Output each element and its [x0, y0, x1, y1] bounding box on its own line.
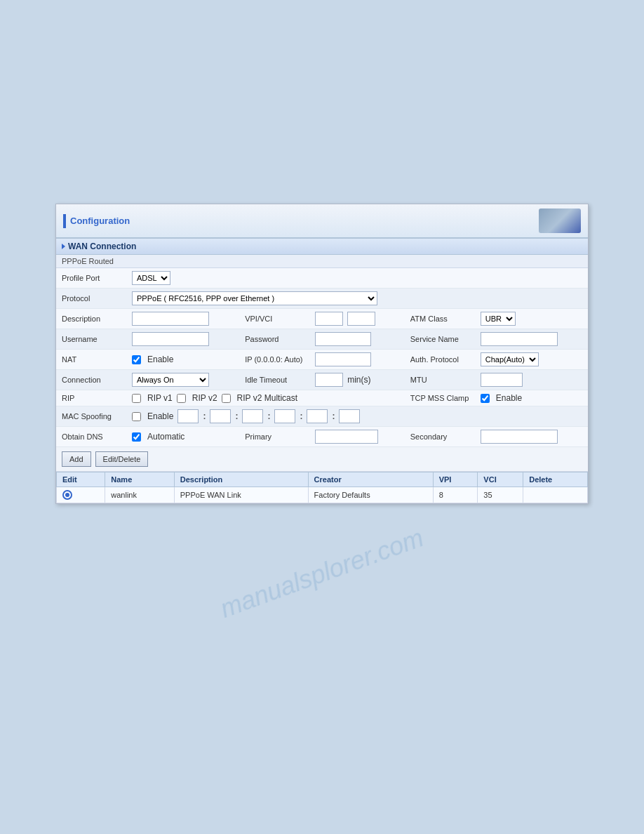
auth-protocol-select[interactable]: Chap(Auto) Chap PAP — [481, 352, 539, 366]
protocol-cell: PPPoE ( RFC2516, PPP over Ethernet ) — [126, 289, 588, 309]
edit-delete-button[interactable]: Edit/Delete — [95, 451, 149, 467]
colon-3: : — [267, 411, 270, 421]
tcp-mss-clamp-label: TCP MSS Clamp — [405, 390, 475, 406]
primary-label: Primary — [239, 427, 309, 447]
tcp-mss-checkbox[interactable] — [481, 394, 490, 403]
section-triangle-icon — [62, 244, 65, 249]
tcp-mss-cell: Enable — [475, 390, 588, 406]
vpi-input[interactable]: 8 — [315, 312, 343, 326]
colon-5: : — [332, 411, 335, 421]
auth-protocol-cell: Chap(Auto) Chap PAP — [475, 350, 588, 370]
pppoe-label: PPPoE Routed — [62, 257, 114, 265]
description-input[interactable]: PPPoE WAN Link — [132, 312, 209, 326]
table-header-row: Edit Name Description Creator VPI VCI De… — [57, 472, 588, 487]
nat-row: NAT Enable IP (0.0.0.0: Auto) 0.0.0.0 Au… — [56, 350, 588, 370]
mac-field-2[interactable]: 00 — [210, 409, 231, 423]
password-cell — [309, 329, 405, 350]
secondary-dns-input[interactable]: 0.0.0.0 — [481, 430, 558, 444]
secondary-label: Secondary — [405, 427, 475, 447]
nat-cell: Enable — [126, 350, 239, 370]
colon-4: : — [300, 411, 302, 421]
idle-timeout-label: Idle Timeout — [239, 370, 309, 390]
config-title-bar: Configuration — [63, 214, 130, 228]
mac-field-5[interactable]: 00 — [307, 409, 328, 423]
ip-cell: 0.0.0.0 — [309, 350, 405, 370]
rip-v1-checkbox[interactable] — [132, 394, 141, 403]
profile-port-select[interactable]: ADSL VDSL — [132, 271, 170, 285]
add-button[interactable]: Add — [62, 451, 91, 467]
table-cell-vpi: 8 — [433, 487, 478, 503]
colon-1: : — [203, 411, 206, 421]
vci-input[interactable]: 35 — [347, 312, 375, 326]
secondary-cell: 0.0.0.0 — [475, 427, 588, 447]
atm-class-select[interactable]: UBR CBR VBR — [481, 312, 516, 326]
config-header: Configuration — [56, 204, 588, 238]
col-vci: VCI — [478, 472, 523, 487]
connection-row: Connection Always On Connect on Demand M… — [56, 370, 588, 390]
username-label: Username — [56, 329, 126, 350]
username-input[interactable] — [132, 332, 209, 346]
auth-protocol-label: Auth. Protocol — [405, 350, 475, 370]
mac-spoofing-label: MAC Spoofing — [56, 406, 126, 427]
wan-table: Edit Name Description Creator VPI VCI De… — [56, 472, 588, 503]
rip-v2-multicast-label: RIP v2 Multicast — [237, 393, 297, 403]
col-name: Name — [105, 472, 174, 487]
password-label: Password — [239, 329, 309, 350]
idle-timeout-cell: 0 min(s) — [309, 370, 405, 390]
pppoe-sub-header: PPPoE Routed — [56, 255, 588, 268]
mac-spoofing-cell: Enable 00 : 00 : 00 : 00 : 00 : 00 — [126, 406, 588, 427]
rip-row: RIP RIP v1 RIP v2 RIP v2 Multicast TCP M… — [56, 390, 588, 406]
connection-label: Connection — [56, 370, 126, 390]
mac-spoofing-row: MAC Spoofing Enable 00 : 00 : 00 : 00 : … — [56, 406, 588, 427]
mac-field-1[interactable]: 00 — [177, 409, 199, 423]
rip-cell: RIP v1 RIP v2 RIP v2 Multicast — [126, 390, 405, 406]
connection-select[interactable]: Always On Connect on Demand Manual — [132, 373, 209, 387]
service-name-input[interactable] — [481, 332, 558, 346]
atm-class-cell: UBR CBR VBR — [475, 309, 588, 329]
edit-radio[interactable] — [62, 490, 72, 500]
wan-section-label: WAN Connection — [68, 241, 136, 251]
obtain-dns-cell: Automatic — [126, 427, 239, 447]
mac-field-3[interactable]: 00 — [242, 409, 263, 423]
connection-cell: Always On Connect on Demand Manual — [126, 370, 239, 390]
atm-class-label: ATM Class — [405, 309, 475, 329]
mac-enable-checkbox[interactable] — [132, 412, 141, 421]
mac-enable-label: Enable — [147, 411, 173, 421]
table-row: wanlink PPPoE WAN Link Factory Defaults … — [57, 487, 588, 503]
col-vpi: VPI — [433, 472, 478, 487]
service-name-cell — [475, 329, 588, 350]
nat-enable-label: Enable — [147, 355, 173, 364]
ip-input[interactable]: 0.0.0.0 — [315, 352, 371, 366]
mac-field-4[interactable]: 00 — [274, 409, 295, 423]
obtain-dns-checkbox[interactable] — [132, 432, 141, 442]
vpi-vci-cell: 8 35 — [309, 309, 405, 329]
profile-port-cell: ADSL VDSL — [126, 268, 239, 289]
tcp-mss-enable-label: Enable — [496, 393, 522, 403]
config-title: Configuration — [70, 216, 130, 226]
rip-v2-multicast-checkbox[interactable] — [222, 394, 231, 403]
table-cell-edit[interactable] — [57, 487, 105, 503]
mtu-label: MTU — [405, 370, 475, 390]
description-row: Description PPPoE WAN Link VPI/VCI 8 35 … — [56, 309, 588, 329]
protocol-label: Protocol — [56, 289, 126, 309]
obtain-dns-auto-label: Automatic — [147, 432, 185, 442]
protocol-select[interactable]: PPPoE ( RFC2516, PPP over Ethernet ) — [132, 291, 377, 305]
obtain-dns-label: Obtain DNS — [56, 427, 126, 447]
col-description: Description — [174, 472, 308, 487]
mac-field-6[interactable]: 00 — [339, 409, 360, 423]
username-row: Username Password Service Name — [56, 329, 588, 350]
col-creator: Creator — [308, 472, 433, 487]
description-label: Description — [56, 309, 126, 329]
buttons-row: Add Edit/Delete — [56, 447, 588, 472]
idle-timeout-input[interactable]: 0 — [315, 373, 343, 387]
mtu-input[interactable]: 1492 — [481, 373, 523, 387]
blue-accent-bar — [63, 214, 66, 228]
primary-dns-input[interactable]: 0.0.0.0 — [315, 430, 378, 444]
wan-section-header: WAN Connection — [56, 238, 588, 255]
rip-v2-checkbox[interactable] — [177, 394, 186, 403]
rip-label: RIP — [56, 390, 126, 406]
dns-row: Obtain DNS Automatic Primary 0.0.0.0 Sec… — [56, 427, 588, 447]
password-input[interactable] — [315, 332, 371, 346]
colon-2: : — [235, 411, 238, 421]
nat-checkbox[interactable] — [132, 355, 141, 364]
